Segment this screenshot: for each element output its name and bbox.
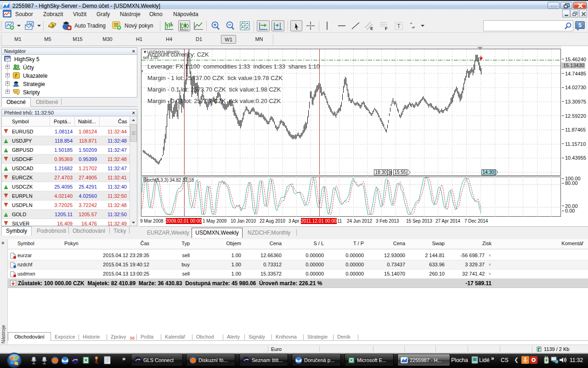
svg-text:E: E bbox=[370, 26, 373, 31]
svg-text:1: 1 bbox=[170, 21, 172, 26]
svg-text:F: F bbox=[385, 26, 388, 31]
svg-text:T: T bbox=[397, 23, 401, 29]
svg-text:5: 5 bbox=[52, 23, 54, 28]
